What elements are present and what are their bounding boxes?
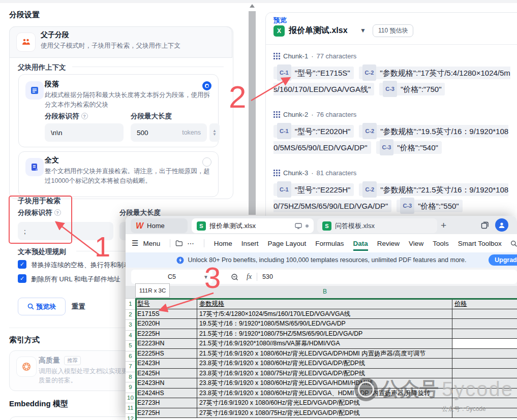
tab-home[interactable]: W Home xyxy=(131,218,188,233)
cell[interactable]: E2424HS xyxy=(135,389,197,399)
chevron-down-icon[interactable]: ▼ xyxy=(360,27,366,34)
cell-reference-box[interactable]: C5 ▼ xyxy=(131,270,212,284)
upgrade-button[interactable]: Upgrade xyxy=(489,254,517,266)
chunk-body: C-1"型号":"E2225H"C-2"参数规格":"21.5英寸/16：9/1… xyxy=(273,181,513,214)
cell[interactable]: E2020H xyxy=(135,319,197,329)
row-header[interactable]: 2 xyxy=(126,310,135,320)
cell[interactable]: E2723H xyxy=(135,398,197,408)
new-tab-button[interactable]: + xyxy=(441,220,446,231)
window-restore-icon[interactable] xyxy=(481,221,489,231)
table-row: E2423H 23.8英寸/16:9/1920 x 1080/60Hz/背光LE… xyxy=(135,359,517,369)
menu-item-page-layout[interactable]: Page Layout xyxy=(268,240,307,247)
formula-value: 530 xyxy=(262,273,273,280)
cell[interactable]: 21.5英寸/16:9/1920*1080//8ms/VA屏幕/HDMI/VGA xyxy=(197,339,452,349)
cell[interactable] xyxy=(452,359,517,369)
fulltext-radio[interactable] xyxy=(202,157,211,167)
menu-item-insert[interactable]: Insert xyxy=(241,240,259,247)
preview-chunks-button[interactable]: 预览块 xyxy=(18,298,66,315)
row-header[interactable]: 10 xyxy=(126,393,135,404)
zoom-out-icon[interactable] xyxy=(231,273,238,281)
delimiter-input[interactable]: \n\n xyxy=(45,123,124,142)
cell[interactable]: 参数规格 xyxy=(197,299,452,309)
reset-button[interactable]: 重置 xyxy=(72,302,85,311)
cell[interactable]: 19.5英寸/16：9/1920*1080/5MS/65/90/LED/VGA/… xyxy=(197,319,452,329)
chunk-body: C-1"型号":"E1715S"C-2"参数规格":"17英寸/5:4/1280… xyxy=(273,64,513,97)
cell[interactable]: 型号 xyxy=(135,299,197,309)
tab-second-document[interactable]: S 问答模板.xlsx xyxy=(317,218,437,233)
chunk-segment[interactable]: C-3"价格":"550" xyxy=(397,200,462,212)
chunk-segment[interactable]: C-1"型号":"E2225H" xyxy=(273,183,354,196)
chunk-chars: 81 characters xyxy=(316,169,356,177)
account-avatar[interactable] xyxy=(495,218,508,232)
max-length-stepper[interactable]: ▲▼ xyxy=(209,123,220,142)
cell[interactable] xyxy=(452,319,517,329)
cell[interactable] xyxy=(452,309,517,319)
monitor-icon[interactable] xyxy=(295,223,302,229)
menu-item-data[interactable]: Data xyxy=(353,240,368,251)
folder-icon[interactable] xyxy=(175,240,183,247)
cell[interactable]: E2223HN xyxy=(135,339,197,349)
cell[interactable]: E2423HN xyxy=(135,378,197,389)
tab-active-document[interactable]: S 报价单测试.xlsx xyxy=(192,218,314,233)
fulltext-title: 全文 xyxy=(45,156,59,165)
dot-separator: · xyxy=(311,169,313,177)
rule-checkbox-1[interactable]: ✓ xyxy=(18,260,26,269)
cell[interactable]: E2423H xyxy=(135,359,197,369)
cell[interactable] xyxy=(452,349,517,359)
parent-context-label: 父块用作上下文 xyxy=(18,63,66,72)
cell[interactable]: 17英寸/5:4/1280×1024/5ms/160/170/LED/VGA/V… xyxy=(197,309,452,319)
active-cell-c5[interactable] xyxy=(452,339,517,349)
row-header[interactable]: 4 xyxy=(126,331,135,341)
cell[interactable] xyxy=(452,329,517,339)
help-icon[interactable]: ? xyxy=(81,113,88,119)
cell[interactable]: 价格 xyxy=(452,299,517,309)
chevron-down-icon[interactable]: ▼ xyxy=(212,133,217,136)
row-header[interactable]: 6 xyxy=(126,351,135,362)
paragraph-radio[interactable] xyxy=(202,81,211,90)
high-quality-desc: 调用嵌入模型处理文档以实现更高 质量的答案。 xyxy=(39,367,134,385)
cell[interactable]: 21.5英寸/16:9/1920 x 1080/60Hz/背光LED/VGA/D… xyxy=(197,349,452,359)
row-header[interactable]: 9 xyxy=(126,382,135,393)
row-header[interactable]: 1 xyxy=(126,299,135,310)
row-header[interactable]: 5 xyxy=(126,341,135,351)
menu-item-view[interactable]: View xyxy=(409,240,423,247)
menu-item-review[interactable]: Review xyxy=(377,240,400,247)
scrollbar-thumb[interactable] xyxy=(249,11,256,215)
cell[interactable]: E2425H xyxy=(135,369,197,379)
chunk-name: Chunk-2 xyxy=(283,111,308,118)
chunk-segment[interactable]: C-3"价格":"540" xyxy=(376,141,442,154)
spreadsheet-icon: S xyxy=(322,221,331,231)
cell[interactable]: 27英寸/16:9/1920 x 1080/75Hz/背光LED/VGA/DP/… xyxy=(197,408,452,418)
cell[interactable]: E2225HS xyxy=(135,349,197,359)
chunk-segment[interactable]: C-1"型号":"E2020H" xyxy=(273,125,354,138)
row-header[interactable]: 11 xyxy=(126,403,135,414)
row-header[interactable]: 12 xyxy=(126,414,135,420)
row-header[interactable]: 8 xyxy=(126,372,135,383)
max-length-input[interactable]: 500 tokens xyxy=(131,123,207,142)
paragraph-desc: 此模式根据分隔符和最大块长度将文本拆分为段落，使用拆分文本作为检索的父块 xyxy=(45,90,212,110)
column-header-b[interactable]: B xyxy=(323,288,327,295)
search-icon[interactable] xyxy=(510,240,517,247)
menu-item-formulas[interactable]: Formulas xyxy=(315,240,344,247)
menu-item-home[interactable]: Home xyxy=(214,240,232,247)
rule-checkbox-2[interactable]: ✓ xyxy=(18,274,26,283)
menu-item-tools[interactable]: Tools xyxy=(433,240,449,247)
more-icon[interactable]: ⋯ xyxy=(187,239,194,247)
column-headers: A B xyxy=(126,286,517,299)
cell[interactable]: E1715S xyxy=(135,309,197,319)
delimiter-label: 分段标识符? xyxy=(45,112,88,121)
cell[interactable]: 21.5英寸/16：9/1920*1080/75HZ/5MS/65/90/LED… xyxy=(197,329,452,339)
row-header[interactable]: 7 xyxy=(126,362,135,372)
cell[interactable]: E2725H xyxy=(135,408,197,418)
menu-button[interactable]: Menu xyxy=(143,240,160,247)
preview-file-name[interactable]: 报价单测试.xlsx xyxy=(289,25,348,36)
formula-input[interactable]: fx 530 xyxy=(217,270,517,284)
chunk-segment[interactable]: C-3"价格":"750" xyxy=(379,83,445,95)
chunk-segment[interactable]: C-1"型号":"E1715S" xyxy=(273,67,354,79)
cell[interactable]: E2225H xyxy=(135,329,197,339)
scrollbar-up-arrow[interactable] xyxy=(250,4,255,8)
hamburger-icon[interactable]: ☰ xyxy=(132,239,138,248)
cell[interactable]: 23.8英寸/16:9/1920 x 1080/60Hz/背光LED/VGA/D… xyxy=(197,359,452,369)
row-header[interactable]: 3 xyxy=(126,320,135,331)
menu-item-smart-toolbox[interactable]: Smart Toolbox xyxy=(458,240,502,247)
